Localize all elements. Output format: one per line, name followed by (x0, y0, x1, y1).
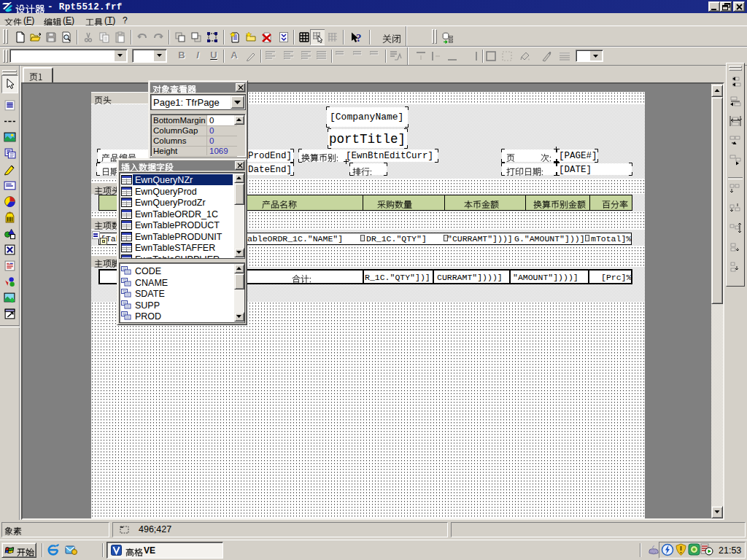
svg-text:?: ? (356, 32, 362, 44)
